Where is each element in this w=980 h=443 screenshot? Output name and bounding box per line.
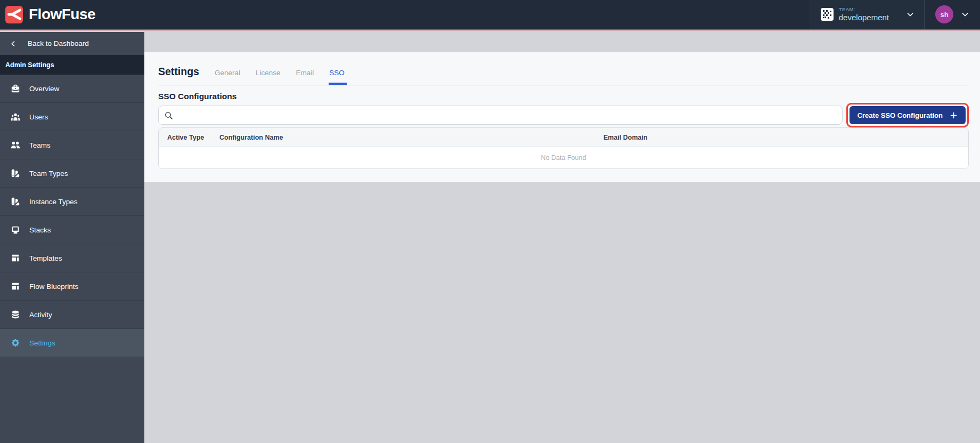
tab-sso[interactable]: SSO <box>329 69 345 77</box>
sidebar-item-label: Settings <box>29 339 55 347</box>
chevron-down-icon <box>906 10 914 19</box>
tabs-row: Settings GeneralLicenseEmailSSO <box>158 52 969 85</box>
create-sso-configuration-button[interactable]: Create SSO Configuration <box>850 106 966 124</box>
team-selector[interactable]: TEAM: developement <box>811 0 925 29</box>
sso-configurations-table: ActiveTypeConfiguration NameEmail Domain… <box>158 127 969 169</box>
back-to-dashboard-label: Back to Dashboard <box>28 39 89 47</box>
column-header-email-domain: Email Domain <box>603 134 968 141</box>
cog-icon <box>11 338 20 348</box>
sidebar-item-team-types[interactable]: Team Types <box>0 159 144 188</box>
color-swatch-icon <box>11 168 20 178</box>
team-avatar-icon <box>821 8 834 21</box>
page-title: Settings <box>158 66 199 78</box>
sidebar-item-templates[interactable]: Templates <box>0 244 144 272</box>
sidebar-item-overview[interactable]: Overview <box>0 75 144 103</box>
sidebar-item-label: Team Types <box>29 170 68 178</box>
search-input[interactable] <box>158 106 843 125</box>
sso-configurations-heading: SSO Configurations <box>158 92 969 101</box>
sidebar-item-label: Flow Blueprints <box>29 283 78 291</box>
brand-name: FlowFuse <box>29 6 95 23</box>
user-group-icon <box>11 140 20 150</box>
sidebar-item-label: Activity <box>29 311 52 319</box>
database-icon <box>11 310 20 319</box>
sidebar-item-label: Stacks <box>29 226 51 234</box>
sidebar-item-settings[interactable]: Settings <box>0 329 144 357</box>
template-icon <box>11 281 20 291</box>
table-header-row: ActiveTypeConfiguration NameEmail Domain <box>159 128 968 147</box>
sidebar-item-instance-types[interactable]: Instance Types <box>0 188 144 216</box>
team-name: developement <box>839 13 889 22</box>
template-icon <box>11 253 20 263</box>
table-empty-state: No Data Found <box>159 147 968 168</box>
users-icon <box>11 112 20 122</box>
user-menu[interactable]: sh <box>925 0 980 29</box>
column-header-type: Type <box>189 134 219 141</box>
sidebar-nav: OverviewUsersTeamsTeam TypesInstance Typ… <box>0 75 144 357</box>
admin-sidebar: Back to Dashboard Admin Settings Overvie… <box>0 32 144 443</box>
main-content: Settings GeneralLicenseEmailSSO SSO Conf… <box>144 32 980 443</box>
toolbar: Create SSO Configuration <box>158 103 969 127</box>
back-to-dashboard-link[interactable]: Back to Dashboard <box>0 32 144 55</box>
sidebar-item-activity[interactable]: Activity <box>0 301 144 329</box>
sidebar-item-label: Overview <box>29 85 59 93</box>
tab-general[interactable]: General <box>215 69 240 77</box>
content-top-spacer <box>144 32 980 52</box>
briefcase-icon <box>11 84 20 93</box>
tabs-container: GeneralLicenseEmailSSO <box>215 68 360 77</box>
column-header-configuration-name: Configuration Name <box>219 134 603 141</box>
sidebar-item-users[interactable]: Users <box>0 103 144 131</box>
sidebar-item-label: Templates <box>29 254 62 262</box>
chevron-left-icon <box>10 40 17 47</box>
tab-license[interactable]: License <box>256 69 281 77</box>
create-sso-configuration-label: Create SSO Configuration <box>858 111 943 119</box>
desktop-icon <box>11 225 20 235</box>
sidebar-item-label: Instance Types <box>29 198 78 206</box>
settings-panel: Settings GeneralLicenseEmailSSO SSO Conf… <box>144 52 980 182</box>
avatar: sh <box>935 5 953 23</box>
column-header-active: Active <box>159 134 189 141</box>
admin-settings-section-label: Admin Settings <box>0 55 144 75</box>
sidebar-item-label: Teams <box>29 141 51 149</box>
topbar: FlowFuse TEAM: developement sh <box>0 0 980 30</box>
chevron-down-icon <box>961 10 969 19</box>
search-icon <box>164 111 173 120</box>
plus-icon <box>950 111 958 119</box>
color-swatch-icon <box>11 197 20 206</box>
search-field[interactable] <box>177 111 837 119</box>
sidebar-item-teams[interactable]: Teams <box>0 131 144 159</box>
highlight-annotation-box: Create SSO Configuration <box>846 103 969 127</box>
team-label: TEAM: <box>839 7 889 13</box>
sidebar-item-stacks[interactable]: Stacks <box>0 216 144 244</box>
flowfuse-logo-icon <box>5 6 23 23</box>
sidebar-item-flow-blueprints[interactable]: Flow Blueprints <box>0 272 144 301</box>
flowfuse-logo[interactable]: FlowFuse <box>0 6 95 23</box>
sidebar-item-label: Users <box>29 113 48 121</box>
tab-email[interactable]: Email <box>296 69 314 77</box>
